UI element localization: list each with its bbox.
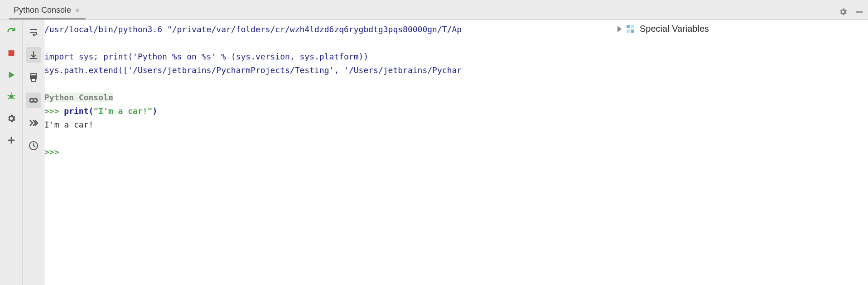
stop-icon[interactable] <box>5 46 18 60</box>
blank-line <box>44 79 49 88</box>
console-area: /usr/local/bin/python3.6 "/private/var/f… <box>44 20 611 285</box>
svg-rect-22 <box>627 29 630 33</box>
svg-rect-14 <box>31 74 36 76</box>
settings-icon[interactable] <box>5 112 18 125</box>
new-console-icon[interactable] <box>5 133 18 147</box>
python-console-panel: Python Console ✕ <box>0 0 868 285</box>
svg-line-5 <box>7 95 9 96</box>
browse-history-icon[interactable] <box>26 138 41 153</box>
special-variables-label: Special Variables <box>640 24 709 34</box>
hide-icon[interactable] <box>854 7 864 17</box>
stdout-line: I'm a car! <box>44 120 93 129</box>
variables-icon <box>626 25 635 34</box>
print-icon[interactable] <box>26 70 41 85</box>
scroll-to-end-icon[interactable] <box>26 47 41 63</box>
secondary-toolbar <box>23 20 44 285</box>
string-literal: "I'm a car!" <box>93 106 152 116</box>
primary-toolbar <box>0 20 23 285</box>
svg-rect-1 <box>8 50 14 56</box>
tab-python-console[interactable]: Python Console ✕ <box>9 2 86 20</box>
svg-rect-21 <box>631 25 634 28</box>
debug-icon[interactable] <box>5 90 18 103</box>
call-close: ) <box>152 106 157 116</box>
variables-panel: Special Variables <box>611 20 868 285</box>
blank-line <box>44 133 49 143</box>
svg-rect-16 <box>31 79 36 81</box>
blank-line <box>44 38 49 48</box>
prompt-marker: >>> <box>44 106 64 116</box>
call-open: print( <box>64 106 93 116</box>
expand-icon[interactable] <box>617 26 622 32</box>
svg-point-3 <box>9 94 13 98</box>
svg-line-8 <box>13 98 14 99</box>
close-icon[interactable]: ✕ <box>74 7 81 14</box>
tool-window-header: Python Console ✕ <box>0 0 868 20</box>
svg-rect-23 <box>631 29 634 33</box>
show-variables-icon[interactable] <box>26 93 41 108</box>
prompt-marker: >>> <box>44 147 64 157</box>
console-output[interactable]: /usr/local/bin/python3.6 "/private/var/f… <box>44 20 611 285</box>
svg-line-7 <box>8 98 10 99</box>
tab-label: Python Console <box>14 5 71 15</box>
run-icon[interactable] <box>5 68 18 82</box>
show-command-queue-icon[interactable] <box>26 115 41 131</box>
panel-body: /usr/local/bin/python3.6 "/private/var/f… <box>0 20 868 285</box>
soft-wrap-icon[interactable] <box>26 25 41 40</box>
svg-rect-0 <box>856 11 863 13</box>
rerun-icon[interactable] <box>5 25 18 38</box>
import-line: import sys; print('Python %s on %s' % (s… <box>44 52 368 61</box>
svg-line-6 <box>13 95 15 96</box>
special-variables-node[interactable]: Special Variables <box>611 20 868 38</box>
gear-icon[interactable] <box>838 7 848 17</box>
svg-point-18 <box>34 98 37 102</box>
console-banner: Python Console <box>44 93 113 102</box>
interpreter-line: /usr/local/bin/python3.6 "/private/var/f… <box>44 25 462 34</box>
svg-rect-20 <box>627 25 630 28</box>
syspath-line: sys.path.extend(['/Users/jetbrains/Pycha… <box>44 65 462 75</box>
svg-marker-2 <box>9 72 14 79</box>
